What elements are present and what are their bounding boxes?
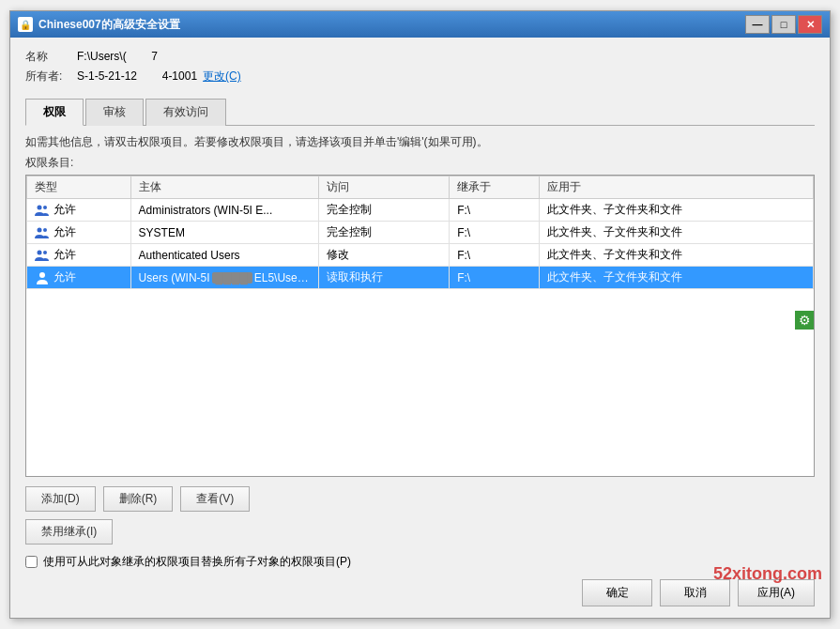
- name-value: F:\Users\( 7: [77, 50, 158, 63]
- tab-permissions[interactable]: 权限: [25, 99, 84, 126]
- cell-type: 允许: [27, 244, 131, 267]
- cell-access: 完全控制: [318, 222, 450, 244]
- owner-label: 所有者:: [25, 69, 77, 84]
- ok-button[interactable]: 确定: [582, 579, 652, 606]
- cell-principal: SYSTEM: [130, 222, 318, 244]
- view-button[interactable]: 查看(V): [180, 486, 250, 512]
- maximize-button[interactable]: □: [771, 15, 796, 34]
- window-controls: — □ ✕: [745, 15, 822, 34]
- name-label: 名称: [25, 49, 77, 65]
- col-principal: 主体: [130, 176, 318, 199]
- bottom-buttons: 确定 取消 应用(A): [25, 579, 815, 606]
- cell-access: 读取和执行: [318, 267, 450, 289]
- svg-point-0: [38, 206, 42, 210]
- table-row[interactable]: 允许 SYSTEM 完全控制 F:\ 此文件夹、子文件夹和文件: [27, 222, 814, 244]
- cell-inherited: F:\: [450, 199, 540, 222]
- cell-applies: 此文件夹、子文件夹和文件: [540, 199, 814, 222]
- side-icon[interactable]: ⚙: [795, 311, 814, 330]
- add-button[interactable]: 添加(D): [25, 486, 96, 512]
- content-area: 名称 F:\Users\( 7 所有者: S-1-5-21-12 4-1001 …: [10, 38, 830, 618]
- cell-principal: Administrators (WIN-5I E...: [130, 199, 318, 222]
- owner-value: S-1-5-21-12 4-1001: [77, 69, 197, 83]
- apply-button[interactable]: 应用(A): [738, 579, 815, 606]
- change-owner-link[interactable]: 更改(C): [203, 69, 241, 84]
- tab-bar: 权限 审核 有效访问: [25, 98, 815, 126]
- delete-button[interactable]: 删除(R): [103, 486, 174, 512]
- table-row[interactable]: 允许 Administrators (WIN-5I E... 完全控制 F:\ …: [27, 199, 814, 222]
- cell-type: 允许: [27, 222, 131, 244]
- name-row: 名称 F:\Users\( 7: [25, 49, 815, 65]
- tab-effective-access[interactable]: 有效访问: [145, 99, 226, 126]
- cell-inherited: F:\: [450, 244, 540, 267]
- cell-inherited: F:\: [450, 267, 540, 289]
- col-inherited: 继承于: [450, 176, 540, 199]
- main-window: 🔒 Chinese007的高级安全设置 — □ ✕ 名称 F:\Users\( …: [9, 10, 831, 619]
- disable-inheritance-button[interactable]: 禁用继承(I): [25, 519, 113, 545]
- cell-access: 修改: [318, 244, 450, 267]
- table-row[interactable]: 允许 Authenticated Users 修改 F:\ 此文件夹、子文件夹和…: [27, 244, 814, 267]
- row-icon: [35, 225, 50, 240]
- cell-applies: 此文件夹、子文件夹和文件: [540, 222, 814, 244]
- permissions-table-wrapper: 类型 主体 访问 继承于 应用于 允许 A: [25, 175, 815, 477]
- cell-inherited: F:\: [450, 222, 540, 244]
- cell-principal: Users (WIN-5I████EL5\Users): [130, 267, 318, 289]
- title-bar: 🔒 Chinese007的高级安全设置 — □ ✕: [10, 11, 830, 38]
- replace-checkbox-row: 使用可从此对象继承的权限项目替换所有子对象的权限项目(P): [25, 554, 815, 570]
- cell-type: 允许: [27, 199, 131, 222]
- minimize-button[interactable]: —: [745, 15, 770, 34]
- permissions-table: 类型 主体 访问 继承于 应用于 允许 A: [26, 176, 814, 289]
- description-text: 如需其他信息，请双击权限项目。若要修改权限项目，请选择该项目并单击'编辑'(如果…: [25, 133, 815, 151]
- replace-permissions-label: 使用可从此对象继承的权限项目替换所有子对象的权限项目(P): [43, 554, 351, 570]
- cancel-button[interactable]: 取消: [660, 579, 730, 606]
- col-applies: 应用于: [540, 176, 814, 199]
- cell-principal: Authenticated Users: [130, 244, 318, 267]
- close-button[interactable]: ✕: [798, 15, 822, 34]
- row-icon: [35, 248, 50, 263]
- svg-point-1: [43, 206, 47, 209]
- svg-point-2: [38, 228, 42, 233]
- section-title: 权限条目:: [25, 155, 815, 171]
- cell-applies: 此文件夹、子文件夹和文件: [540, 267, 814, 289]
- owner-row: 所有者: S-1-5-21-12 4-1001 更改(C): [25, 69, 815, 84]
- col-type: 类型: [27, 176, 131, 199]
- replace-permissions-checkbox[interactable]: [25, 556, 38, 568]
- svg-point-5: [43, 251, 47, 254]
- action-buttons: 添加(D) 删除(R) 查看(V): [25, 486, 815, 512]
- disable-inheritance-row: 禁用继承(I): [25, 519, 815, 545]
- cell-type: 允许: [27, 267, 131, 289]
- svg-point-6: [39, 272, 45, 278]
- col-access: 访问: [318, 176, 450, 199]
- window-title: Chinese007的高级安全设置: [38, 17, 745, 33]
- cell-access: 完全控制: [318, 199, 450, 222]
- svg-point-3: [43, 228, 47, 232]
- row-icon: [35, 203, 50, 218]
- cell-applies: 此文件夹、子文件夹和文件: [540, 244, 814, 267]
- svg-point-4: [38, 251, 42, 255]
- row-icon: [35, 270, 50, 285]
- window-icon: 🔒: [18, 17, 33, 32]
- table-header-row: 类型 主体 访问 继承于 应用于: [27, 176, 814, 199]
- tab-audit[interactable]: 审核: [85, 99, 144, 126]
- table-row[interactable]: 允许 Users (WIN-5I████EL5\Users) 读取和执行 F:\…: [27, 267, 814, 289]
